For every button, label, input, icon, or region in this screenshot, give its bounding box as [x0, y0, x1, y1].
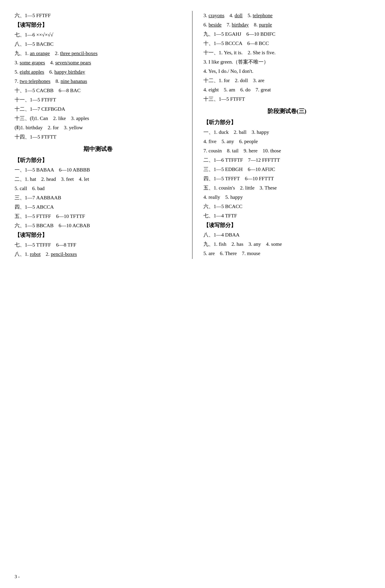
underline-beside: beside — [209, 22, 222, 27]
underline-two-telephones: two telephones — [20, 78, 50, 84]
right-line-13: 7. cousin 8. tail 9. here 10. those — [203, 146, 370, 155]
right-line-23: 5. are 6. There 7. mouse — [203, 249, 370, 258]
left-line-20: 六、1—5 BBCAB 6—10 ACBAB — [15, 221, 181, 230]
left-line-5: 3. some grapes 4. seven/some pears — [15, 58, 181, 67]
page-number: 3 - — [15, 573, 20, 581]
right-line-17: 五、1. cousin's 2. little 3. These — [203, 183, 370, 192]
left-column: 六、1—5 FFTFF 【读写部分】 七、1—6 ××√×√√ 八、1—5 BA… — [15, 11, 192, 259]
left-line-16: 5. call 6. bad — [15, 184, 181, 193]
right-line-12: 4. five 5. any 6. people — [203, 137, 370, 146]
right-line-9: 4. eight 5. am 6. do 7. great — [203, 85, 370, 94]
left-section-duxie-2: 【读写部分】 — [15, 230, 181, 240]
right-title-jieduan3: 阶段测试卷(三) — [203, 106, 370, 116]
left-line-21: 七、1—5 TTFFF 6—8 TFF — [15, 240, 181, 249]
left-line-9: 十一、1—5 FTFFT — [15, 95, 181, 104]
right-line-18: 4. really 5. happy — [203, 193, 370, 202]
underline-telephone: telephone — [253, 13, 273, 18]
underline-robot: robot — [30, 251, 41, 257]
underline-purple: purple — [259, 22, 272, 27]
underline-seven-some-pears: seven/some pears — [55, 60, 91, 65]
left-line-11: 十三、(Ⅰ)1. Can 2. like 3. apples — [15, 114, 181, 123]
underline-birthday: birthday — [232, 22, 249, 27]
right-line-8: 十二、1. for 2. doll 3. are — [203, 76, 370, 85]
underline-pencil-boxes: pencil-boxes — [51, 251, 77, 257]
right-line-22: 九、1. fish 2. has 3. any 4. some — [203, 240, 370, 249]
left-section-tingli-1: 【听力部分】 — [15, 155, 181, 165]
two-column-layout: 六、1—5 FFTFF 【读写部分】 七、1—6 ××√×√√ 八、1—5 BA… — [15, 11, 370, 259]
right-section-tingli: 【听力部分】 — [203, 118, 370, 127]
underline-nine-bananas: nine bananas — [61, 78, 87, 84]
right-line-14: 二、1—6 TTFFTF 7—12 FFFTTT — [203, 155, 370, 164]
right-line-19: 六、1—5 BCACC — [203, 202, 370, 211]
right-line-5: 十一、1. Yes, it is. 2. She is five. — [203, 48, 370, 57]
underline-an-orange: an orange — [30, 50, 50, 56]
left-line-18: 四、1—5 ABCCA — [15, 202, 181, 211]
left-line-8: 十、1—5 CACBB 6—8 BAC — [15, 86, 181, 95]
right-line-20: 七、1—4 TFTF — [203, 211, 370, 220]
left-line-12: (Ⅱ)1. birthday 2. for 3. yellow — [15, 123, 181, 132]
underline-crayons: crayons — [209, 13, 224, 18]
right-line-3: 九、1—5 EGAHJ 6—10 BDIFC — [203, 29, 370, 38]
mid-title-qizhong: 期中测试卷 — [15, 144, 181, 154]
right-line-10: 十三、1—5 FTFFT — [203, 94, 370, 104]
right-column: 3. crayons 4. doll 5. telephone 6. besid… — [192, 11, 370, 259]
left-line-7: 7. two telephones 8. nine bananas — [15, 77, 181, 85]
left-line-14: 一、1—5 BABAA 6—10 ABBBB — [15, 165, 181, 174]
left-line-13: 十四、1—5 FTFTT — [15, 132, 181, 141]
right-section-duxie: 【读写部分】 — [203, 220, 370, 230]
underline-doll: doll — [235, 13, 243, 18]
left-section-duxie-1: 【读写部分】 — [15, 20, 181, 30]
left-line-22: 八、1. robot 2. pencil-boxes — [15, 250, 181, 258]
left-line-4: 九、1. an orange 2. three pencil-boxes — [15, 49, 181, 58]
left-line-15: 二、1. hat 2. head 3. feet 4. let — [15, 175, 181, 184]
left-line-3: 八、1—5 BACBC — [15, 40, 181, 48]
left-line-10: 十二、1—7 CEFBGDA — [15, 105, 181, 113]
underline-eight-apples: eight apples — [20, 69, 44, 75]
left-line-2: 七、1—6 ××√×√√ — [15, 30, 181, 39]
left-line-1: 六、1—5 FFTFF — [15, 11, 181, 20]
right-line-16: 四、1—5 TFFFT 6—10 FFTTT — [203, 174, 370, 183]
right-line-2: 6. beside 7. birthday 8. purple — [203, 20, 370, 29]
right-line-21: 八、1—4 DBAA — [203, 230, 370, 239]
right-line-1: 3. crayons 4. doll 5. telephone — [203, 11, 370, 20]
underline-happy-birthday: happy birthday — [54, 69, 85, 75]
left-line-19: 五、1—5 FTTFF 6—10 TFTTF — [15, 212, 181, 221]
right-line-15: 三、1—5 EDBGH 6—10 AFIJC — [203, 165, 370, 174]
left-line-17: 三、1—7 AABBAAB — [15, 193, 181, 202]
right-line-7: 4. Yes, I do./ No, I don't. — [203, 67, 370, 76]
page: 六、1—5 FFTFF 【读写部分】 七、1—6 ××√×√√ 八、1—5 BA… — [0, 0, 385, 588]
underline-three-pencil-boxes: three pencil-boxes — [60, 50, 98, 56]
right-line-4: 十、1—5 BCCCA 6—8 BCC — [203, 39, 370, 48]
right-line-11: 一、1. duck 2. ball 3. happy — [203, 128, 370, 137]
underline-some-grapes: some grapes — [20, 60, 45, 65]
left-line-6: 5. eight apples 6. happy birthday — [15, 67, 181, 76]
right-line-6: 3. I like green.（答案不唯一） — [203, 57, 370, 66]
